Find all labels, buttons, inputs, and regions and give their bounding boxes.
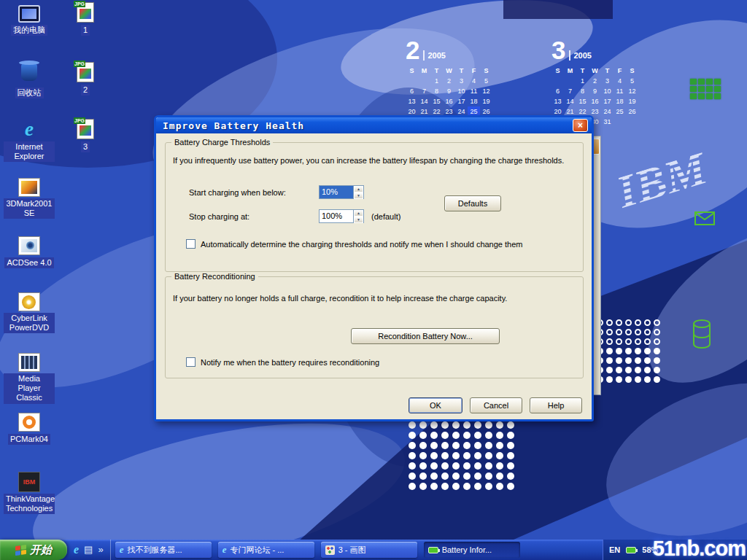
desktop-icon-jpg-2[interactable]: JPG3 (64, 118, 107, 152)
calendar-day: 5 (480, 76, 492, 86)
calendar-day: 6 (551, 86, 564, 96)
calendar-day: 17 (601, 96, 614, 106)
calendar-day: 18 (468, 96, 480, 106)
calendar-day: 2 (589, 76, 601, 86)
recondition-battery-button[interactable]: Recondition Battery Now... (351, 328, 500, 344)
spin-down-icon[interactable]: ▼ (354, 217, 363, 223)
desktop-icon-powerdvd-5[interactable]: CyberLink PowerDVD (3, 291, 55, 333)
checkbox-label: Notify me when the battery requires reco… (201, 358, 379, 367)
calendar-day: 2 (443, 76, 455, 86)
taskbar: 开始 e▤» e找不到服务器...e专门网论坛 - ...3 - 画图Batte… (0, 540, 747, 560)
calendar-day (406, 76, 418, 86)
calendar-day: 18 (614, 96, 626, 106)
group-title: Battery Charge Thresholds (171, 138, 273, 147)
desktop-icon-mark3d-3[interactable]: 3DMark2001 SE (3, 176, 55, 219)
mail-icon (694, 210, 716, 226)
help-button[interactable]: Help (530, 397, 582, 413)
calendar-year: 2005 (423, 50, 445, 61)
desktop-icon-acdsee-4[interactable]: ACDSee 4.0 (3, 235, 55, 268)
calendar-day: 1 (576, 76, 589, 86)
desktop-icon-pcmark-7[interactable]: PCMark04 (3, 411, 55, 445)
desktop-icon-ie-2[interactable]: eInternet Explorer (3, 118, 55, 162)
calendar-day: 9 (443, 86, 455, 96)
desktop-icon-label: Internet Explorer (4, 141, 55, 162)
desktop-icon-column-main: 我的电脑回收站eInternet Explorer3DMark2001 SEAC… (3, 0, 55, 560)
calendar-month-number: 2 (406, 38, 419, 63)
cancel-button[interactable]: Cancel (470, 397, 522, 413)
desktop-icon-thinkvantage-8[interactable]: IBMThinkVantage Technologies (3, 471, 55, 514)
battery-tray-icon[interactable] (626, 547, 636, 553)
spin-down-icon[interactable]: ▼ (354, 192, 363, 199)
spin-up-icon[interactable]: ▲ (354, 210, 363, 217)
calendar-day: 13 (551, 96, 564, 106)
close-icon[interactable]: × (573, 119, 588, 132)
ie-quick-launch-icon[interactable]: e (74, 543, 79, 556)
calendar-day-header: S (551, 66, 564, 76)
checkbox-box[interactable] (186, 357, 196, 367)
desktop-icon-mpc-6[interactable]: Media Player Classic (3, 351, 55, 404)
calendar-day-header: T (576, 66, 589, 76)
calendar-day: 10 (455, 86, 468, 96)
battery-reconditioning-group: Battery Reconditioning If your battery n… (165, 276, 584, 378)
desktop-icon-jpg-1[interactable]: JPG2 (64, 61, 107, 96)
start-threshold-spinner[interactable]: 10% ▲ ▼ (319, 185, 364, 199)
dialog-titlebar[interactable]: Improve Battery Health × (156, 117, 592, 133)
desktop-icon-recycle-1[interactable]: 回收站 (3, 61, 55, 98)
task-button-3[interactable]: Battery Infor... (424, 542, 520, 558)
improve-battery-health-dialog: Improve Battery Health × Battery Charge … (154, 115, 594, 421)
task-button-2[interactable]: 3 - 画图 (321, 542, 417, 558)
calendar-day (564, 76, 576, 86)
ie-page-icon: e (222, 545, 227, 555)
calendar-day-header: T (601, 66, 614, 76)
task-button-0[interactable]: e找不到服务器... (115, 542, 212, 558)
checkbox-box[interactable] (186, 239, 196, 249)
auto-determine-checkbox[interactable]: Automatically determine the charging thr… (186, 239, 576, 249)
calendar-day: 5 (626, 76, 638, 86)
calendar-day: 9 (589, 86, 601, 96)
stop-threshold-value[interactable]: 100% (320, 210, 353, 222)
quick-launch-bar: e▤» (67, 540, 111, 560)
calendar-day: 16 (443, 96, 455, 106)
media-player-classic-icon (18, 353, 40, 372)
calendar-day (551, 76, 564, 86)
task-button-label: Battery Infor... (442, 545, 492, 554)
spin-up-icon[interactable]: ▲ (354, 186, 363, 192)
defaults-button[interactable]: Defaults (444, 195, 501, 211)
calendar-day: 19 (480, 96, 492, 106)
calendar-day: 7 (564, 86, 576, 96)
system-tray: EN 58% (603, 540, 747, 560)
3dmark-icon (18, 178, 40, 197)
spreadsheet-grid-icon (690, 79, 721, 99)
desktop-icon-label: 3DMark2001 SE (4, 198, 55, 219)
calendar-day-header: M (418, 66, 430, 76)
task-button-1[interactable]: e专门网论坛 - ... (218, 542, 314, 558)
checkbox-label: Automatically determine the charging thr… (201, 240, 522, 249)
desktop-icon-computer-0[interactable]: 我的电脑 (3, 3, 55, 36)
calendar-day: 11 (614, 86, 626, 96)
calendar-day (626, 117, 638, 127)
calendar-day: 10 (601, 86, 614, 96)
calendar-day: 4 (468, 76, 480, 86)
jpg-file-icon: JPG (77, 119, 94, 139)
quick-launch-expand-icon[interactable]: » (98, 541, 103, 559)
desktop-icon-column-files: JPG1JPG2JPG3 (64, 0, 107, 560)
start-threshold-value[interactable]: 10% (320, 186, 353, 198)
desktop-icon-jpg-0[interactable]: JPG1 (64, 1, 107, 36)
show-desktop-icon[interactable]: ▤ (84, 541, 93, 559)
language-indicator[interactable]: EN (609, 545, 620, 554)
calendar-day-header: F (614, 66, 626, 76)
calendar-day-header: S (480, 66, 492, 76)
start-button[interactable]: 开始 (0, 540, 67, 560)
calendar-day-header: T (455, 66, 468, 76)
calendar-day-header: W (589, 66, 601, 76)
calendar-february: 22005SMTWTFS1234567891011121314151617181… (406, 36, 499, 127)
task-button-label: 3 - 画图 (338, 545, 366, 556)
battery-percentage: 58% (642, 545, 658, 554)
ok-button[interactable]: OK (409, 397, 462, 413)
database-icon (691, 318, 713, 351)
my-computer-icon (18, 5, 40, 23)
calendar-march: 32005SMTWTFS1234567891011121314151617181… (551, 36, 645, 127)
calendar-day-header: T (430, 66, 443, 76)
notify-recondition-checkbox[interactable]: Notify me when the battery requires reco… (186, 357, 576, 367)
stop-threshold-spinner[interactable]: 100% ▲ ▼ (319, 209, 364, 223)
